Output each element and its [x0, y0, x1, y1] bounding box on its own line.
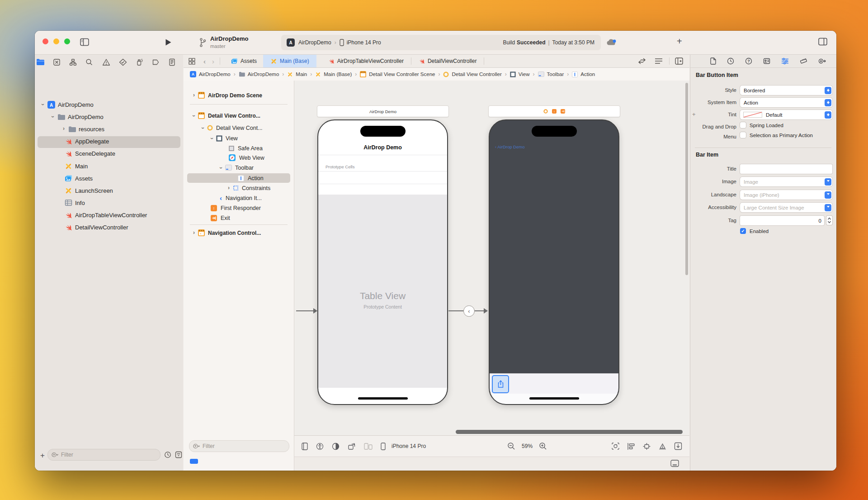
zoom-button[interactable]: [64, 38, 70, 44]
image-combo[interactable]: Image: [740, 177, 832, 186]
tab-detailviewcontroller[interactable]: DetailViewController: [414, 55, 481, 67]
outline-row-view[interactable]: › View: [184, 133, 294, 143]
outline-toggle-icon[interactable]: [190, 459, 198, 464]
file-row-project[interactable]: › A AirDropDemo: [35, 99, 183, 110]
outline-filter-field[interactable]: Filter: [189, 440, 289, 452]
jumpbar-item[interactable]: Toolbar: [547, 71, 564, 77]
style-select[interactable]: Bordered: [740, 86, 832, 95]
test-navigator-icon[interactable]: [119, 58, 127, 67]
jumpbar-item[interactable]: Detail View Controller: [452, 71, 501, 77]
resolve-layout-icon[interactable]: [658, 443, 667, 450]
add-constraints-icon[interactable]: [642, 443, 651, 450]
outline-row-constraints[interactable]: › Constraints: [184, 183, 294, 193]
device-name[interactable]: iPhone 14 Pro: [392, 443, 426, 449]
landscape-combo[interactable]: Image (iPhone): [740, 190, 832, 200]
jumpbar-item[interactable]: Detail View Controller Scene: [369, 71, 435, 77]
orientation-icon[interactable]: [364, 443, 373, 450]
jumpbar-item[interactable]: Action: [580, 71, 595, 77]
appearance-icon[interactable]: [332, 443, 340, 450]
outline-row-exit[interactable]: Exit: [184, 213, 294, 223]
navigator-filter-field[interactable]: Filter: [47, 449, 160, 461]
system-item-select[interactable]: Action: [740, 98, 832, 107]
disclosure-icon[interactable]: ›: [228, 185, 230, 191]
selection-primary-action-checkbox[interactable]: [740, 132, 746, 138]
size-inspector-icon[interactable]: [800, 57, 807, 65]
scheme-target[interactable]: AirDropDemo: [298, 39, 331, 46]
file-row-appdelegate[interactable]: AppDelegate: [35, 135, 183, 147]
identity-inspector-icon[interactable]: [763, 57, 770, 65]
file-row-info-plist[interactable]: Info: [35, 197, 183, 209]
outline-row-action[interactable]: Action: [184, 173, 294, 183]
enabled-checkbox[interactable]: ✓: [740, 228, 746, 234]
title-field[interactable]: [740, 164, 832, 174]
history-inspector-icon[interactable]: [727, 57, 734, 65]
outline-row-detail-vc[interactable]: › Detail View Cont...: [184, 123, 294, 133]
storyboard-canvas[interactable]: AirDrop Demo AirDrop Demo Prototype Cell…: [294, 81, 689, 435]
disclosure-icon[interactable]: ›: [63, 125, 65, 132]
outline-row-toolbar[interactable]: › Toolbar: [184, 163, 294, 172]
file-row-main-storyboard[interactable]: Main: [35, 160, 183, 172]
new-tab-button[interactable]: +: [677, 36, 682, 47]
spring-loaded-checkbox[interactable]: [740, 122, 746, 128]
detail-view-controller-preview[interactable]: AirDrop Demo Prototype Cells Table View …: [317, 119, 448, 405]
zoom-out-icon[interactable]: [507, 442, 515, 450]
scheme-bar[interactable]: A AirDropDemo › iPhone 14 Pro Build Succ…: [281, 35, 601, 50]
vertical-scrollbar[interactable]: [685, 83, 688, 275]
breakpoint-navigator-icon[interactable]: [152, 58, 160, 67]
tag-field[interactable]: 0: [740, 216, 824, 225]
segue-badge[interactable]: ‹: [463, 305, 475, 317]
embed-icon[interactable]: [674, 442, 682, 450]
file-row-detailviewcontroller[interactable]: DetailViewController: [35, 221, 183, 233]
disclosure-icon[interactable]: ›: [40, 104, 46, 105]
code-review-icon[interactable]: [637, 57, 646, 65]
jumpbar-item[interactable]: Main (Base): [324, 71, 352, 77]
rotate-device-icon[interactable]: [348, 443, 356, 450]
quick-help-inspector-icon[interactable]: ?: [745, 57, 752, 65]
adjust-editor-icon[interactable]: [655, 58, 663, 64]
tab-airdroptableviewcontroller[interactable]: AirDropTableViewController: [324, 55, 408, 67]
jumpbar-item[interactable]: AirDropDemo: [248, 71, 279, 77]
scene2-titlebar[interactable]: ↑: [488, 105, 620, 117]
add-file-button[interactable]: +: [40, 451, 45, 460]
sidebar-toggle-icon[interactable]: [80, 38, 89, 46]
scene1-titlebar[interactable]: AirDrop Demo: [317, 105, 449, 117]
update-frames-icon[interactable]: [611, 442, 620, 450]
outline-row-first-responder[interactable]: ↑ First Responder: [184, 203, 294, 213]
accessibility-combo[interactable]: Large Content Size Image: [740, 203, 832, 212]
outline-row-navigation-item[interactable]: ‹ Navigation It...: [184, 193, 294, 203]
disclosure-icon[interactable]: ›: [193, 92, 195, 98]
action-bar-button[interactable]: [492, 375, 509, 393]
forward-button[interactable]: ›: [212, 57, 214, 65]
run-button[interactable]: [165, 38, 172, 46]
web-view-controller-preview[interactable]: ‹ AirDrop Demo: [489, 119, 619, 405]
outline-row-web-view[interactable]: Web View: [184, 153, 294, 162]
disclosure-icon[interactable]: ›: [50, 116, 56, 118]
disclosure-icon[interactable]: ›: [200, 127, 206, 129]
tab-main-base[interactable]: Main (Base): [263, 55, 316, 67]
issue-navigator-icon[interactable]: [102, 58, 110, 67]
project-navigator-icon[interactable]: [36, 58, 44, 67]
scheme-device[interactable]: iPhone 14 Pro: [347, 39, 381, 46]
tab-assets[interactable]: Assets: [226, 55, 261, 67]
file-row-assets[interactable]: Assets: [35, 172, 183, 184]
filter-options-icon[interactable]: [175, 451, 182, 458]
add-editor-icon[interactable]: [675, 57, 683, 65]
inspector-toggle-icon[interactable]: [818, 38, 827, 46]
device-icon[interactable]: [381, 443, 386, 450]
symbols-navigator-icon[interactable]: [69, 58, 77, 67]
outline-row-navigation-controller[interactable]: › ‹ Navigation Control...: [184, 228, 294, 238]
accessibility-icon[interactable]: [316, 443, 324, 450]
file-row-resources[interactable]: › resources: [35, 123, 183, 135]
file-row-scenedelegate[interactable]: SceneDelegate: [35, 148, 183, 159]
align-icon[interactable]: [627, 443, 635, 450]
jumpbar-item[interactable]: AirDropDemo: [199, 71, 231, 77]
zoom-in-icon[interactable]: [539, 442, 547, 450]
close-button[interactable]: [42, 38, 48, 44]
source-control-navigator-icon[interactable]: [53, 58, 61, 67]
hide-bottom-bar-icon[interactable]: [670, 460, 679, 467]
related-items-icon[interactable]: [189, 58, 195, 65]
jumpbar-item[interactable]: Main: [296, 71, 307, 77]
disclosure-icon[interactable]: ›: [209, 138, 215, 139]
find-navigator-icon[interactable]: [85, 58, 94, 67]
disclosure-icon[interactable]: ›: [218, 167, 224, 169]
